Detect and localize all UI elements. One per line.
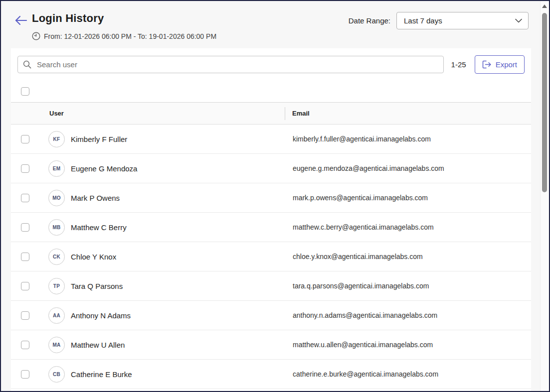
avatar: MO xyxy=(48,190,65,206)
avatar-initials: CB xyxy=(53,372,60,377)
user-email: matthew.c.berry@agenticai.imanagelabs.co… xyxy=(293,223,434,231)
back-arrow-icon xyxy=(14,14,28,26)
user-name: Matthew C Berry xyxy=(71,223,127,232)
vertical-scrollbar[interactable] xyxy=(540,1,549,391)
user-cell: MO Mark P Owens xyxy=(11,190,285,206)
table-body: KF Kimberly F Fuller kimberly.f.fuller@a… xyxy=(11,125,531,389)
user-cell: KF Kimberly F Fuller xyxy=(11,131,285,147)
select-all-row xyxy=(11,80,531,102)
email-cell: tara.q.parsons@agenticai.imanagelabs.com xyxy=(285,282,531,290)
date-range-value: Last 7 days xyxy=(404,16,442,25)
export-button[interactable]: Export xyxy=(475,55,525,74)
back-button[interactable] xyxy=(14,14,28,26)
row-checkbox[interactable] xyxy=(21,164,29,173)
user-name: Eugene G Mendoza xyxy=(71,164,137,173)
user-email: anthony.n.adams@agenticai.imanagelabs.co… xyxy=(293,311,437,319)
email-cell: chloe.y.knox@agenticai.imanagelabs.com xyxy=(285,253,531,261)
table-row[interactable]: AA Anthony N Adams anthony.n.adams@agent… xyxy=(11,301,531,330)
avatar: EM xyxy=(48,160,65,177)
row-checkbox[interactable] xyxy=(21,370,29,379)
date-period: From: 12-01-2026 06:00 PM - To: 19-01-20… xyxy=(32,32,216,40)
user-name: Kimberly F Fuller xyxy=(71,135,127,143)
table-row[interactable]: MA Matthew U Allen matthew.u.allen@agent… xyxy=(11,330,531,360)
user-cell: CK Chloe Y Knox xyxy=(11,249,285,265)
clock-icon xyxy=(32,32,40,40)
table-row[interactable]: CK Chloe Y Knox chloe.y.knox@agenticai.i… xyxy=(11,242,531,271)
avatar: AA xyxy=(48,307,65,324)
date-range-select[interactable]: Last 7 days xyxy=(396,12,529,29)
avatar: TP xyxy=(48,278,65,294)
avatar-initials: MO xyxy=(52,195,61,201)
table-header: User Email xyxy=(11,102,531,125)
avatar: KF xyxy=(48,131,65,147)
column-header-user: User xyxy=(11,110,285,117)
date-period-text: From: 12-01-2026 06:00 PM - To: 19-01-20… xyxy=(44,32,216,40)
user-cell: MB Matthew C Berry xyxy=(11,219,285,236)
content-card: 1-25 Export User Email xyxy=(11,48,531,391)
user-email: chloe.y.knox@agenticai.imanagelabs.com xyxy=(293,253,423,261)
email-cell: anthony.n.adams@agenticai.imanagelabs.co… xyxy=(285,311,531,319)
email-cell: kimberly.f.fuller@agenticai.imanagelabs.… xyxy=(285,135,531,143)
user-name: Chloe Y Knox xyxy=(71,253,116,261)
row-checkbox[interactable] xyxy=(21,223,29,232)
avatar-initials: AA xyxy=(53,313,60,318)
search-input[interactable] xyxy=(36,60,438,69)
avatar: CB xyxy=(48,366,65,383)
chevron-down-icon xyxy=(515,18,522,23)
table-row[interactable]: EM Eugene G Mendoza eugene.g.mendoza@age… xyxy=(11,154,531,183)
export-icon xyxy=(482,60,492,69)
avatar-initials: TP xyxy=(53,283,60,289)
avatar: CK xyxy=(48,249,65,265)
result-range-count: 1-25 xyxy=(451,60,466,69)
date-range-label: Date Range: xyxy=(349,16,390,25)
avatar-initials: KF xyxy=(53,136,60,142)
user-cell: TP Tara Q Parsons xyxy=(11,278,285,294)
avatar-initials: MB xyxy=(52,225,60,230)
table-row[interactable]: MO Mark P Owens mark.p.owens@agenticai.i… xyxy=(11,183,531,213)
row-checkbox[interactable] xyxy=(21,282,29,290)
table-row[interactable]: MB Matthew C Berry matthew.c.berry@agent… xyxy=(11,213,531,242)
row-checkbox[interactable] xyxy=(21,341,29,349)
email-cell: catherine.e.burke@agenticai.imanagelabs.… xyxy=(285,370,531,378)
avatar-initials: CK xyxy=(53,254,60,260)
avatar-initials: EM xyxy=(53,166,61,171)
user-name: Matthew U Allen xyxy=(71,341,125,349)
user-name: Mark P Owens xyxy=(71,194,120,202)
scrollbar-up-arrow-icon[interactable] xyxy=(542,4,547,8)
login-history-window: Login History From: 12-01-2026 06:00 PM … xyxy=(0,0,550,392)
user-email: tara.q.parsons@agenticai.imanagelabs.com xyxy=(293,282,429,290)
search-icon xyxy=(23,60,31,69)
user-email: matthew.u.allen@agenticai.imanagelabs.co… xyxy=(293,341,433,349)
user-email: eugene.g.mendoza@agenticai.imanagelabs.c… xyxy=(293,164,444,172)
page-title: Login History xyxy=(32,12,104,25)
row-checkbox[interactable] xyxy=(21,253,29,261)
table-row[interactable]: CB Catherine E Burke catherine.e.burke@a… xyxy=(11,360,531,389)
user-name: Catherine E Burke xyxy=(71,370,132,379)
user-email: catherine.e.burke@agenticai.imanagelabs.… xyxy=(293,370,438,378)
avatar-initials: MA xyxy=(52,342,60,348)
user-email: kimberly.f.fuller@agenticai.imanagelabs.… xyxy=(293,135,431,143)
select-all-checkbox[interactable] xyxy=(21,87,29,96)
user-name: Anthony N Adams xyxy=(71,311,131,320)
user-email: mark.p.owens@agenticai.imanagelabs.com xyxy=(293,194,428,202)
user-name: Tara Q Parsons xyxy=(71,282,123,290)
avatar: MA xyxy=(48,337,65,353)
user-cell: CB Catherine E Burke xyxy=(11,366,285,383)
toolbar: 1-25 Export xyxy=(11,48,531,80)
row-checkbox[interactable] xyxy=(21,194,29,202)
email-cell: eugene.g.mendoza@agenticai.imanagelabs.c… xyxy=(285,164,531,172)
email-cell: matthew.c.berry@agenticai.imanagelabs.co… xyxy=(285,223,531,231)
email-cell: mark.p.owens@agenticai.imanagelabs.com xyxy=(285,194,531,202)
row-checkbox[interactable] xyxy=(21,311,29,320)
export-button-label: Export xyxy=(496,60,517,69)
row-checkbox[interactable] xyxy=(21,135,29,143)
scrollbar-thumb[interactable] xyxy=(542,13,547,192)
table-row[interactable]: TP Tara Q Parsons tara.q.parsons@agentic… xyxy=(11,271,531,301)
date-range-control: Date Range: Last 7 days xyxy=(349,12,529,29)
user-cell: AA Anthony N Adams xyxy=(11,307,285,324)
search-box xyxy=(17,56,444,73)
table-row[interactable]: KF Kimberly F Fuller kimberly.f.fuller@a… xyxy=(11,125,531,154)
column-header-email: Email xyxy=(285,110,531,117)
email-cell: matthew.u.allen@agenticai.imanagelabs.co… xyxy=(285,341,531,349)
avatar: MB xyxy=(48,219,65,236)
